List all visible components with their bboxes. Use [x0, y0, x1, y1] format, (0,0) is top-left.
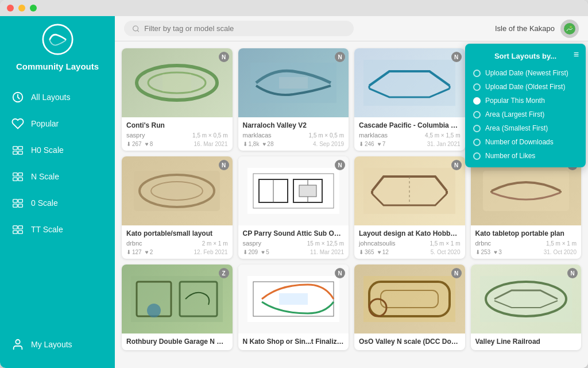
- sort-dropdown: Sort Layouts by... ≡ Upload Date (Newest…: [465, 44, 586, 167]
- sort-option-newest[interactable]: Upload Date (Newest First): [465, 66, 586, 80]
- likes-stat: ♥ 5: [261, 249, 269, 255]
- card-badge: N: [451, 268, 462, 278]
- sidebar-item-tt-scale[interactable]: TT Scale: [0, 217, 115, 241]
- card-valley-line[interactable]: N Valley Line Railroad: [471, 264, 582, 350]
- sidebar-item-n-scale[interactable]: N Scale: [0, 164, 115, 189]
- card-image: N: [471, 264, 582, 334]
- downloads-stat: ⬇ 246: [359, 141, 374, 147]
- card-cp-parry[interactable]: N CP Parry Sound Attic Sub Ontario saspr…: [238, 156, 349, 259]
- card-contis-run[interactable]: N Conti's Run saspry 1,5 m × 0,5 m ⬇ 267: [122, 48, 233, 151]
- sort-radio-area-smallest: [473, 125, 481, 132]
- card-title: Narraloch Valley V2: [243, 121, 345, 129]
- sort-close-button[interactable]: ≡: [569, 47, 583, 62]
- card-author: marklacas: [243, 132, 272, 139]
- sort-label-oldest: Upload Date (Oldest First): [485, 83, 565, 91]
- sort-option-downloads[interactable]: Number of Downloads: [465, 135, 586, 149]
- card-rothbury[interactable]: Z Rothbury Double Garage N Scale Layout: [122, 264, 233, 350]
- search-input[interactable]: [144, 24, 346, 33]
- downloads-stat: ⬇ 365: [359, 249, 374, 255]
- card-info: Cascade Pacific - Columbia River Gorge e…: [354, 117, 465, 151]
- card-oso-valley[interactable]: N OsO Valley N scale (DCC Double Deck): [354, 264, 465, 350]
- card-image: Z: [122, 264, 233, 334]
- svg-rect-17: [18, 230, 22, 233]
- card-badge: N: [219, 160, 229, 170]
- sort-option-area-largest[interactable]: Area (Largest First): [465, 108, 586, 121]
- main-layout: Community Layouts All Layouts Popular: [0, 16, 588, 368]
- card-title: CP Parry Sound Attic Sub Ontario: [243, 229, 345, 237]
- content-area: Isle of the Kakapo: [115, 16, 588, 368]
- sidebar-item-h0-scale[interactable]: H0 Scale: [0, 138, 115, 162]
- sidebar-label-popular: Popular: [31, 119, 59, 128]
- sort-label-area-largest: Area (Largest First): [485, 110, 544, 118]
- svg-rect-6: [13, 172, 17, 176]
- sort-radio-downloads: [473, 139, 481, 146]
- maximize-button[interactable]: [30, 5, 37, 12]
- topbar: Isle of the Kakapo: [115, 16, 588, 41]
- card-kato-hobby[interactable]: N Layout design at Kato Hobby Center joh…: [354, 156, 465, 259]
- card-date: 4. Sep 2019: [313, 141, 344, 147]
- svg-rect-57: [279, 293, 308, 305]
- card-title: Layout design at Kato Hobby Center: [359, 229, 461, 237]
- sidebar-app-name: Community Layouts: [16, 61, 99, 72]
- card-badge: N: [567, 268, 578, 278]
- card-kato-tabletop[interactable]: N Kato tabletop portable plan drbnc 1,5 …: [471, 156, 582, 259]
- minimize-button[interactable]: [18, 5, 25, 12]
- svg-rect-15: [18, 225, 22, 229]
- card-cascade[interactable]: N Cascade Pacific - Columbia River Gorge…: [354, 48, 465, 151]
- user-avatar: [560, 20, 579, 38]
- sidebar-label-my-layouts: My Layouts: [31, 340, 72, 349]
- card-size: 1,5 m × 1 m: [430, 240, 460, 247]
- svg-rect-10: [13, 199, 17, 202]
- card-kato-portable[interactable]: N Kato portable/small layout drbnc 2 m ×…: [122, 156, 233, 259]
- svg-point-54: [147, 304, 161, 317]
- card-meta: drbnc 2 m × 1 m: [126, 240, 228, 247]
- svg-point-0: [42, 24, 72, 53]
- card-meta: marklacas 1,5 m × 0,5 m: [243, 132, 345, 139]
- svg-point-21: [564, 23, 575, 34]
- card-narraloch[interactable]: N Narraloch Valley V2 marklacas 1,5 m × …: [238, 48, 349, 151]
- card-date: 12. Feb 2021: [194, 249, 228, 255]
- sidebar-item-all-layouts[interactable]: All Layouts: [0, 85, 115, 109]
- sort-dropdown-title: Sort Layouts by...: [488, 48, 563, 66]
- svg-point-18: [16, 340, 20, 344]
- card-size: 1,5 m × 0,5 m: [192, 132, 227, 139]
- svg-point-22: [570, 26, 572, 28]
- card-date: 5. Oct 2020: [431, 249, 461, 255]
- sort-label-area-smallest: Area (Smallest First): [485, 124, 548, 132]
- card-date: 11. Mar 2021: [310, 249, 344, 255]
- sidebar-label-h0: H0 Scale: [31, 145, 64, 155]
- titlebar: [0, 0, 588, 16]
- card-badge: N: [219, 52, 229, 62]
- svg-rect-34: [134, 171, 220, 211]
- card-info: N Kato Shop or Sin...t Finalized 0406202…: [238, 334, 349, 350]
- sidebar-item-my-layouts[interactable]: My Layouts: [0, 332, 115, 356]
- svg-rect-14: [13, 225, 17, 229]
- card-info: OsO Valley N scale (DCC Double Deck): [354, 334, 465, 350]
- sidebar-item-popular[interactable]: Popular: [0, 112, 115, 136]
- svg-rect-7: [18, 172, 22, 176]
- svg-rect-25: [163, 74, 191, 91]
- card-author: drbnc: [126, 240, 142, 247]
- card-stats: ⬇ 127 ♥ 2: [126, 249, 153, 255]
- search-box[interactable]: [124, 21, 354, 36]
- card-image: N: [238, 264, 349, 334]
- sidebar-item-o-scale[interactable]: 0 Scale: [0, 191, 115, 215]
- downloads-stat: ⬇ 267: [126, 141, 142, 147]
- sort-option-popular[interactable]: Popular This Month: [465, 94, 586, 108]
- card-stats: ⬇ 267 ♥ 8: [126, 141, 153, 147]
- card-title: Conti's Run: [126, 121, 228, 129]
- grid-wrapper[interactable]: N Conti's Run saspry 1,5 m × 0,5 m ⬇ 267: [115, 41, 588, 368]
- card-size: 1,5 m × 0,5 m: [309, 132, 344, 139]
- svg-rect-28: [363, 60, 455, 106]
- svg-rect-43: [299, 185, 316, 197]
- close-button[interactable]: [7, 5, 14, 12]
- card-stats: ⬇ 246 ♥ 7: [359, 141, 385, 147]
- sort-option-area-smallest[interactable]: Area (Smallest First): [465, 121, 586, 135]
- svg-rect-13: [18, 204, 22, 207]
- card-author: marklacas: [359, 132, 388, 139]
- card-stats-row: ⬇ 209 ♥ 5 11. Mar 2021: [243, 249, 345, 255]
- sort-option-oldest[interactable]: Upload Date (Oldest First): [465, 80, 586, 94]
- likes-stat: ♥ 7: [378, 141, 386, 147]
- sort-option-likes[interactable]: Number of Likes: [465, 149, 586, 163]
- card-n-kato-shop[interactable]: N N Kato Shop or Sin...t Finalized 04062…: [238, 264, 349, 350]
